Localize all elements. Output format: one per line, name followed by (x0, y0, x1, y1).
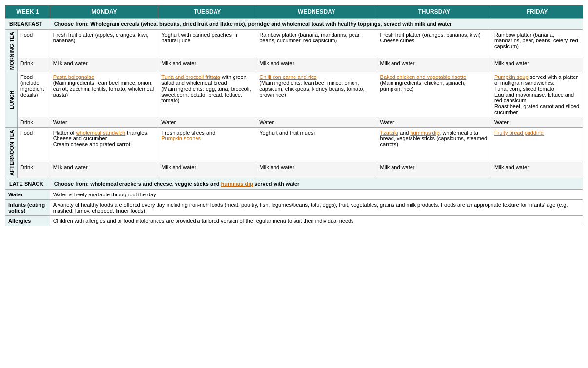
lunch-friday-food: Pumpkin soup served with a platter of mu… (491, 72, 583, 117)
tuna-frittata-link[interactable]: Tuna and broccoli frittata (161, 74, 220, 80)
baked-chicken-link[interactable]: Baked chicken and vegetable risotto (380, 74, 467, 80)
lunch-thursday-drink: Water (377, 117, 491, 128)
infants-label: Infants (eating solids) (5, 199, 50, 215)
afternoon-tea-drink-label: Drink (18, 162, 50, 178)
lunch-tuesday-food: Tuna and broccoli frittata with green sa… (158, 72, 256, 117)
lunch-monday-drink: Water (50, 117, 158, 128)
water-text: Water is freely available throughout the… (50, 189, 583, 199)
morning-tea-thursday-drink: Milk and water (377, 58, 491, 72)
lunch-thursday-food: Baked chicken and vegetable risotto (Mai… (377, 72, 491, 117)
water-label: Water (5, 189, 50, 199)
afternoon-tea-friday-food: Fruity bread pudding (491, 128, 583, 162)
late-snack-text: Choose from: wholemeal crackers and chee… (50, 178, 583, 189)
morning-tea-friday-food: Rainbow platter (banana, mandarins, pear… (491, 30, 583, 58)
monday-header: MONDAY (50, 5, 158, 19)
afternoon-tea-thursday-food: Tzatziki and hummus dip, wholemeal pita … (377, 128, 491, 162)
morning-tea-wednesday-food: Rainbow platter (banana, mandarins, pear… (256, 30, 377, 58)
afternoon-tea-wednesday-drink: Milk and water (256, 162, 377, 178)
lunch-food-label: Food (include ingredient details) (18, 72, 50, 117)
afternoon-tea-monday-food: Platter of wholemeal sandwich triangles:… (50, 128, 158, 162)
lunch-friday-drink: Water (491, 117, 583, 128)
tzatziki-link[interactable]: Tzatziki (380, 130, 398, 136)
lunch-wednesday-food: Chilli con carne and rice (Main ingredie… (256, 72, 377, 117)
morning-tea-tuesday-drink: Milk and water (158, 58, 256, 72)
lunch-tuesday-drink: Water (158, 117, 256, 128)
pasta-bolognaise-link[interactable]: Pasta bolognaise (53, 74, 94, 80)
afternoon-tea-friday-drink: Milk and water (491, 162, 583, 178)
lunch-section-label: LUNCH (5, 72, 18, 128)
wholemeal-sandwich-link[interactable]: wholemeal sandwich (76, 130, 126, 136)
wednesday-header: WEDNESDAY (256, 5, 377, 19)
morning-tea-monday-food: Fresh fruit platter (apples, oranges, ki… (50, 30, 158, 58)
hummus-dip-link-afternoon[interactable]: hummus dip (410, 130, 439, 136)
afternoon-tea-monday-drink: Milk and water (50, 162, 158, 178)
morning-tea-thursday-food: Fresh fruit platter (oranges, bananas, k… (377, 30, 491, 58)
lunch-monday-food: Pasta bolognaise (Main ingredients: lean… (50, 72, 158, 117)
allergies-label: Allergies (5, 215, 50, 226)
morning-tea-drink-label: Drink (18, 58, 50, 72)
fruity-bread-pudding-link[interactable]: Fruity bread pudding (494, 130, 544, 136)
morning-tea-tuesday-food: Yoghurt with canned peaches in natural j… (158, 30, 256, 58)
breakfast-label: BREAKFAST (5, 19, 50, 30)
morning-tea-food-label: Food (18, 30, 50, 58)
late-snack-label: LATE SNACK (5, 178, 50, 189)
afternoon-tea-tuesday-drink: Milk and water (158, 162, 256, 178)
tuesday-header: TUESDAY (158, 5, 256, 19)
afternoon-tea-wednesday-food: Yoghurt and fruit muesli (256, 128, 377, 162)
allergies-text: Children with allergies and or food into… (50, 215, 583, 226)
lunch-drink-label: Drink (18, 117, 50, 128)
afternoon-tea-food-label: Food (18, 128, 50, 162)
afternoon-tea-tuesday-food: Fresh apple slices and Pumpkin scones (158, 128, 256, 162)
morning-tea-section-label: MORNING TEA (5, 30, 18, 72)
infants-text: A variety of healthy foods are offered e… (50, 199, 583, 215)
afternoon-tea-thursday-drink: Milk and water (377, 162, 491, 178)
hummus-dip-link-late-snack[interactable]: hummus dip (221, 181, 253, 187)
thursday-header: THURSDAY (377, 5, 491, 19)
morning-tea-monday-drink: Milk and water (50, 58, 158, 72)
afternoon-tea-section-label: AFTERNOON TEA (5, 128, 18, 178)
morning-tea-wednesday-drink: Milk and water (256, 58, 377, 72)
morning-tea-friday-drink: Milk and water (491, 58, 583, 72)
lunch-wednesday-drink: Water (256, 117, 377, 128)
week-header: WEEK 1 (5, 5, 50, 19)
pumpkin-soup-link[interactable]: Pumpkin soup (494, 74, 529, 80)
chilli-con-carne-link[interactable]: Chilli con carne and rice (259, 74, 316, 80)
friday-header: FRIDAY (491, 5, 583, 19)
pumpkin-scones-link[interactable]: Pumpkin scones (161, 136, 201, 141)
breakfast-text: Choose from: Wholegrain cereals (wheat b… (50, 19, 583, 30)
